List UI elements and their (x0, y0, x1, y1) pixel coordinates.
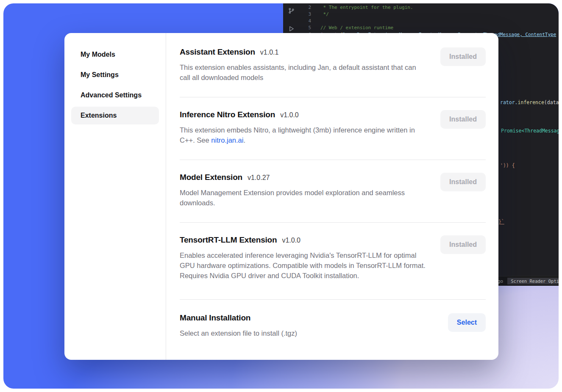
extension-name: TensortRT-LLM Extension (180, 235, 277, 245)
sidebar-item-advanced-settings[interactable]: Advanced Settings (71, 86, 159, 104)
manual-installation-row: Manual Installation Select an extension … (180, 300, 486, 351)
code-line: 2 * The entrypoint for the plugin. (283, 4, 559, 11)
code-fragment: Promise<ThreadMessage> (501, 128, 559, 134)
settings-modal: My Models My Settings Advanced Settings … (64, 33, 498, 360)
extension-info: TensortRT-LLM Extension v1.0.0 Enables a… (180, 235, 428, 281)
sidebar-item-my-models[interactable]: My Models (71, 46, 159, 63)
extension-description: Model Management Extension provides mode… (180, 188, 428, 208)
line-number: 2 (283, 4, 311, 11)
extension-version: v1.0.0 (282, 237, 300, 244)
hero-canvas: 2 * The entrypoint for the plugin. 3 */ … (3, 3, 559, 389)
code-line: 4 (283, 18, 559, 25)
select-file-button[interactable]: Select (448, 313, 486, 332)
extension-info: Inference Nitro Extension v1.0.0 This ex… (180, 110, 428, 145)
extension-description: This extension enables assistants, inclu… (180, 62, 428, 83)
line-number: 3 (283, 11, 311, 18)
extension-row-model: Model Extension v1.0.27 Model Management… (180, 160, 486, 223)
extension-version: v1.0.0 (280, 111, 299, 119)
extension-description: This extension embeds Nitro, a lightweig… (180, 125, 428, 145)
nitro-jan-ai-link[interactable]: nitro.jan.ai (211, 136, 243, 144)
code-text: */ (320, 11, 329, 18)
sidebar-item-my-settings[interactable]: My Settings (71, 66, 159, 84)
manual-installation-description: Select an extension file to install (.tg… (180, 328, 428, 338)
extension-description: Enables accelerated inference leveraging… (180, 250, 428, 281)
extension-row-nitro: Inference Nitro Extension v1.0.0 This ex… (180, 97, 486, 160)
extension-name: Assistant Extension (180, 47, 255, 57)
installed-button[interactable]: Installed (440, 235, 486, 254)
sidebar-item-extensions[interactable]: Extensions (71, 107, 159, 124)
code-fragment: ')) { (500, 163, 515, 168)
extensions-panel: Assistant Extension v1.0.1 This extensio… (166, 33, 498, 360)
code-line: 5 // Web / extension runtime (283, 25, 559, 31)
extension-row-assistant: Assistant Extension v1.0.1 This extensio… (180, 33, 486, 97)
extension-info: Manual Installation Select an extension … (180, 313, 428, 338)
extension-info: Model Extension v1.0.27 Model Management… (180, 173, 428, 208)
code-text: * The entrypoint for the plugin. (320, 4, 413, 11)
extension-info: Assistant Extension v1.0.1 This extensio… (180, 47, 428, 83)
extension-version: v1.0.27 (248, 174, 270, 182)
line-number: 5 (283, 25, 311, 31)
manual-installation-title: Manual Installation (180, 313, 250, 323)
extension-name: Model Extension (180, 173, 242, 182)
extension-row-tensorrt: TensortRT-LLM Extension v1.0.0 Enables a… (180, 223, 486, 300)
installed-button[interactable]: Installed (440, 173, 486, 191)
page: 2 * The entrypoint for the plugin. 3 */ … (0, 0, 562, 392)
code-text: // Web / extension runtime (320, 25, 393, 31)
code-fragment: rator.inference(data); (500, 99, 559, 105)
extension-version: v1.0.1 (260, 49, 279, 56)
installed-button[interactable]: Installed (440, 110, 486, 129)
extension-name: Inference Nitro Extension (180, 110, 275, 119)
installed-button[interactable]: Installed (440, 47, 486, 66)
line-number: 4 (283, 18, 311, 25)
settings-sidebar: My Models My Settings Advanced Settings … (64, 33, 166, 360)
code-line: 3 */ (283, 11, 559, 18)
screen-reader-badge: Screen Reader Optimized (507, 278, 559, 284)
